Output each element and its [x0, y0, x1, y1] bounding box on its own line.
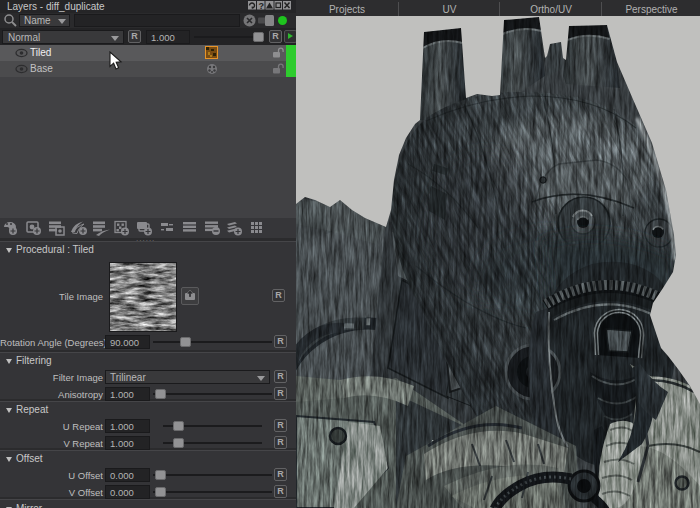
svg-text:?: ?: [259, 1, 265, 10]
